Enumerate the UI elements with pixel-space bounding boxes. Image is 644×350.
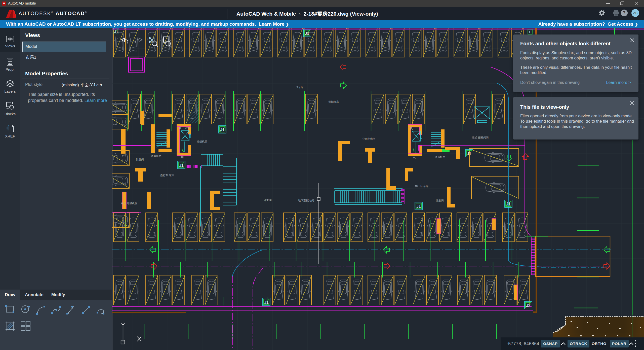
svg-text:J1: J1 <box>305 31 309 36</box>
svg-text:风: 风 <box>410 127 413 130</box>
svg-text:汽车库: 汽车库 <box>296 86 304 89</box>
svg-text:J1: J1 <box>506 202 511 206</box>
svg-text:电: 电 <box>181 156 184 159</box>
svg-text:J1: J1 <box>114 29 118 34</box>
svg-text:J1: J1 <box>416 204 421 209</box>
svg-text:计量间: 计量间 <box>436 199 444 202</box>
svg-text:送风机房: 送风机房 <box>151 154 162 157</box>
svg-text:J1: J1 <box>264 300 269 305</box>
svg-text:J1: J1 <box>179 163 184 168</box>
svg-text:J1: J1 <box>467 151 471 156</box>
svg-text:公用变电所: 公用变电所 <box>362 137 376 140</box>
svg-text:湿式 报警阀间: 湿式 报警阀间 <box>472 136 489 139</box>
svg-text:送风机房: 送风机房 <box>435 155 446 158</box>
svg-text:计量间: 计量间 <box>264 198 272 201</box>
svg-text:地下室配电间: 地下室配电间 <box>298 199 314 202</box>
svg-text:自行车 车库: 自行车 车库 <box>415 185 429 188</box>
svg-text:排烟机房: 排烟机房 <box>328 100 339 103</box>
svg-text:尾气: 尾气 <box>184 126 190 129</box>
svg-text:自行车 车库: 自行车 车库 <box>160 174 174 177</box>
svg-text:J2: J2 <box>526 303 531 308</box>
svg-text:液压 电梯机房: 液压 电梯机房 <box>121 202 137 205</box>
svg-text:1: 1 <box>529 30 531 34</box>
svg-text:排烟机房: 排烟机房 <box>197 140 208 143</box>
svg-text:计量间: 计量间 <box>136 158 144 161</box>
svg-text:电: 电 <box>413 156 416 159</box>
svg-text:J1: J1 <box>220 127 225 132</box>
svg-text:风: 风 <box>179 126 181 129</box>
